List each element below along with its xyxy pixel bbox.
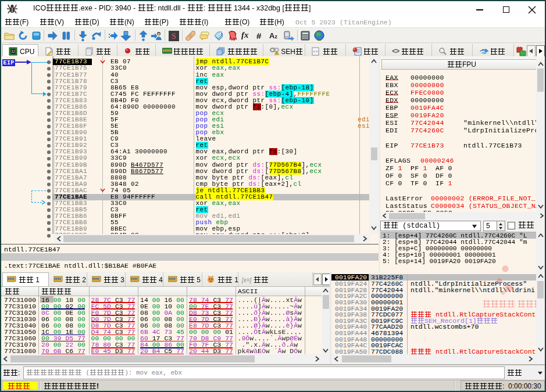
- svg-text:32: 32: [11, 49, 16, 53]
- svg-text:S: S: [172, 32, 176, 41]
- svg-text:<>: <>: [313, 49, 317, 54]
- svg-text:!: !: [277, 51, 277, 55]
